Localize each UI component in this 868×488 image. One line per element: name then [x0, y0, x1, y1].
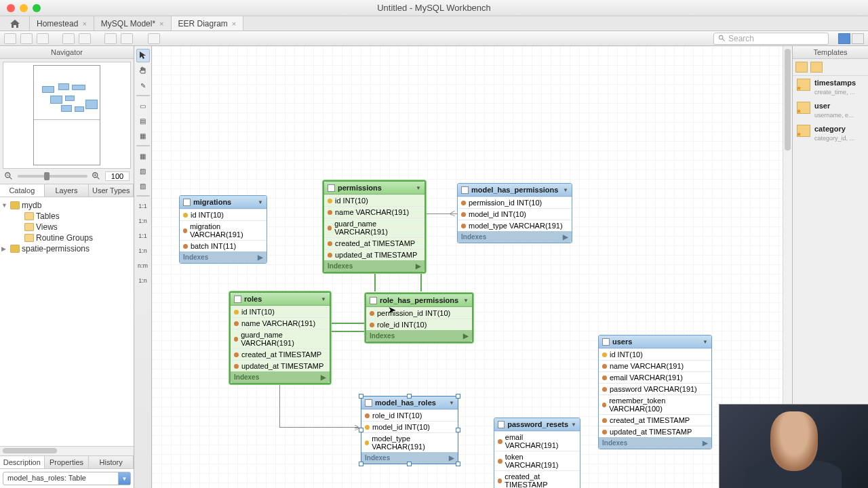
chevron-down-icon[interactable]: ▼: [416, 185, 421, 191]
column-row[interactable]: email VARCHAR(191): [599, 371, 711, 383]
schema-tree[interactable]: ▼mydb Tables Views Routine Groups ▶spati…: [0, 197, 134, 446]
align-button[interactable]: [121, 33, 133, 44]
undo-button[interactable]: [62, 33, 75, 44]
template-user[interactable]: userusername, e...: [793, 99, 868, 122]
rel-1-n-tool[interactable]: 1:n: [136, 214, 150, 228]
home-tab[interactable]: [0, 16, 30, 30]
close-icon[interactable]: ×: [82, 20, 86, 28]
routine-tool[interactable]: ▨: [136, 179, 150, 192]
tab-mysql-model[interactable]: MySQL Model* ×: [94, 16, 172, 30]
tab-user-types[interactable]: User Types: [89, 184, 134, 197]
redo-button[interactable]: [79, 33, 91, 44]
column-row[interactable]: id INT(10): [231, 306, 330, 317]
layer-tool[interactable]: ▭: [136, 99, 150, 113]
expand-icon[interactable]: ▶: [563, 233, 568, 241]
column-row[interactable]: name VARCHAR(191): [599, 360, 711, 371]
note-tool[interactable]: ▤: [136, 114, 150, 127]
column-row[interactable]: guard_name VARCHAR(191): [231, 329, 330, 348]
chevron-down-icon[interactable]: ▼: [563, 187, 568, 193]
entity-users[interactable]: users▼ id INT(10)name VARCHAR(191)email …: [598, 335, 712, 449]
column-row[interactable]: updated_at TIMESTAMP: [599, 426, 711, 437]
entity-migrations[interactable]: migrations▼ id INT(10)migration VARCHAR(…: [179, 195, 267, 264]
expand-icon[interactable]: ▶: [321, 373, 326, 381]
expand-icon[interactable]: ▶: [258, 253, 263, 261]
tree-db-mydb[interactable]: ▼mydb: [1, 200, 132, 211]
save-button[interactable]: [37, 33, 49, 44]
template-timestamps[interactable]: timestampscreate_time, ...: [793, 76, 868, 99]
column-row[interactable]: id INT(10): [180, 209, 267, 220]
search-input[interactable]: Search: [713, 33, 829, 45]
diagram-overview[interactable]: [3, 62, 131, 169]
tree-item-tables[interactable]: Tables: [1, 211, 132, 222]
column-row[interactable]: created_at TIMESTAMP: [231, 348, 330, 360]
new-file-button[interactable]: [4, 33, 16, 44]
rel-1-1-id-tool[interactable]: 1:1: [136, 229, 150, 243]
chevron-down-icon[interactable]: ▼: [321, 296, 326, 302]
column-row[interactable]: migration VARCHAR(191): [180, 220, 267, 240]
chevron-down-icon[interactable]: ▼: [449, 400, 454, 406]
grid-button[interactable]: [104, 33, 117, 44]
column-row[interactable]: role_id INT(10): [361, 409, 458, 421]
chevron-down-icon[interactable]: ▼: [463, 298, 469, 304]
open-file-button[interactable]: [20, 33, 33, 44]
tab-properties[interactable]: Properties: [45, 456, 90, 468]
entity-model-has-roles[interactable]: model_has_roles▼ role_id INT(10)model_id…: [361, 396, 458, 464]
select-tool[interactable]: [136, 49, 150, 62]
rel-n-m-tool[interactable]: n:m: [136, 259, 150, 272]
chevron-down-icon[interactable]: ▼: [703, 339, 708, 345]
entity-roles[interactable]: roles▼ id INT(10)name VARCHAR(191)guard_…: [229, 291, 331, 384]
chevron-down-icon[interactable]: ▼: [571, 422, 576, 428]
tree-db-spatie[interactable]: ▶spatie-permissions: [1, 243, 132, 254]
diagram-canvas[interactable]: ⪪ ⪫ migrations▼ id INT(10)migration VARC…: [152, 46, 792, 488]
template-manage-button[interactable]: [810, 62, 823, 73]
column-row[interactable]: model_id INT(10): [458, 208, 572, 220]
column-row[interactable]: email VARCHAR(191): [494, 431, 580, 451]
column-row[interactable]: permission_id INT(10): [458, 197, 572, 208]
entity-model-has-permissions[interactable]: model_has_permissions▼ permission_id INT…: [457, 183, 572, 243]
dropdown-icon[interactable]: ▼: [118, 472, 130, 485]
rel-1-n-id-tool[interactable]: 1:n: [136, 244, 150, 258]
erase-tool[interactable]: ✎: [136, 79, 150, 92]
column-row[interactable]: name VARCHAR(191): [324, 206, 425, 218]
template-category[interactable]: categorycategory_id, ...: [793, 122, 868, 145]
table-tool[interactable]: ▦: [136, 149, 150, 163]
column-row[interactable]: token VARCHAR(191): [494, 451, 580, 470]
zoom-value[interactable]: [105, 171, 130, 181]
entity-password-resets[interactable]: password_resets▼ email VARCHAR(191)token…: [494, 418, 580, 488]
entity-permissions[interactable]: permissions▼ id INT(10)name VARCHAR(191)…: [323, 180, 426, 273]
right-panel-toggle[interactable]: [852, 33, 864, 44]
template-new-button[interactable]: [795, 62, 808, 73]
zoom-out-icon[interactable]: [4, 171, 14, 181]
image-tool[interactable]: ▦: [136, 129, 150, 142]
tab-catalog[interactable]: Catalog: [0, 184, 45, 197]
tree-item-views[interactable]: Views: [1, 222, 132, 232]
expand-icon[interactable]: ▶: [449, 454, 454, 462]
tab-history[interactable]: History: [89, 456, 134, 468]
entity-role-has-permissions[interactable]: role_has_permissions▼ permission_id INT(…: [365, 293, 473, 343]
close-icon[interactable]: ×: [159, 20, 163, 28]
expand-icon[interactable]: ▶: [463, 332, 469, 340]
column-row[interactable]: model_type VARCHAR(191): [458, 220, 572, 231]
column-row[interactable]: id INT(10): [599, 348, 711, 360]
column-row[interactable]: created_at TIMESTAMP: [599, 414, 711, 426]
column-row[interactable]: updated_at TIMESTAMP: [231, 360, 330, 371]
column-row[interactable]: role_id INT(10): [366, 319, 472, 330]
expand-icon[interactable]: ▶: [703, 439, 708, 447]
tree-scrollbar[interactable]: [0, 446, 134, 455]
tab-eer-diagram[interactable]: EER Diagram ×: [172, 16, 244, 30]
tab-layers[interactable]: Layers: [45, 184, 90, 197]
column-row[interactable]: id INT(10): [324, 195, 425, 206]
zoom-in-icon[interactable]: [92, 171, 101, 181]
rel-1-1-tool[interactable]: 1:1: [136, 199, 150, 213]
zoom-slider[interactable]: [18, 175, 87, 178]
column-row[interactable]: name VARCHAR(191): [231, 317, 330, 329]
chevron-down-icon[interactable]: ▼: [258, 199, 263, 205]
column-row[interactable]: model_id INT(10): [361, 421, 458, 432]
column-row[interactable]: batch INT(11): [180, 240, 267, 251]
rel-1-n-ex-tool[interactable]: 1:n: [136, 274, 150, 287]
column-row[interactable]: guard_name VARCHAR(191): [324, 218, 425, 237]
tab-description[interactable]: Description: [0, 456, 45, 468]
expand-icon[interactable]: ▶: [416, 262, 421, 270]
column-row[interactable]: password VARCHAR(191): [599, 383, 711, 394]
tab-homestead[interactable]: Homestead ×: [30, 16, 94, 30]
